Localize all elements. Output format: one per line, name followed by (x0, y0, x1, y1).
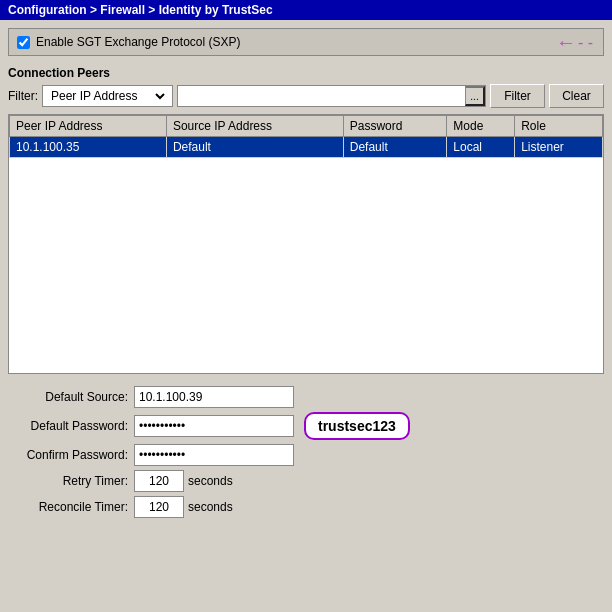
reconcile-timer-unit: seconds (188, 500, 233, 514)
reconcile-timer-input[interactable] (134, 496, 184, 518)
reconcile-timer-label: Reconcile Timer: (8, 500, 128, 514)
password-annotation-bubble: trustsec123 (304, 412, 410, 440)
default-source-row: Default Source: (8, 386, 604, 408)
cell-password: Default (343, 137, 447, 158)
peers-table: Peer IP Address Source IP Address Passwo… (9, 115, 603, 158)
breadcrumb: Configuration > Firewall > Identity by T… (0, 0, 612, 20)
col-role: Role (515, 116, 603, 137)
col-source-ip: Source IP Address (166, 116, 343, 137)
arrow-annotation: ← - - (556, 31, 593, 54)
filter-label: Filter: (8, 89, 38, 103)
filter-button[interactable]: Filter (490, 84, 545, 108)
retry-timer-unit: seconds (188, 474, 233, 488)
filter-dropdown[interactable]: Peer IP Address Source IP Address Passwo… (47, 88, 168, 104)
default-password-label: Default Password: (8, 419, 128, 433)
default-password-row: Default Password: trustsec123 (8, 412, 604, 440)
peers-table-container: Peer IP Address Source IP Address Passwo… (8, 114, 604, 374)
retry-timer-label: Retry Timer: (8, 474, 128, 488)
sxp-enable-row: Enable SGT Exchange Protocol (SXP) ← - - (8, 28, 604, 56)
default-source-label: Default Source: (8, 390, 128, 404)
default-password-input[interactable] (134, 415, 294, 437)
filter-text-input[interactable] (178, 86, 465, 106)
connection-peers-section: Connection Peers Filter: Peer IP Address… (8, 66, 604, 374)
table-header-row: Peer IP Address Source IP Address Passwo… (10, 116, 603, 137)
table-row[interactable]: 10.1.100.35 Default Default Local Listen… (10, 137, 603, 158)
confirm-password-row: Confirm Password: (8, 444, 604, 466)
filter-input-wrap: ... (177, 85, 486, 107)
col-mode: Mode (447, 116, 515, 137)
retry-timer-input[interactable] (134, 470, 184, 492)
sxp-enable-label: Enable SGT Exchange Protocol (SXP) (36, 35, 241, 49)
sxp-enable-checkbox[interactable] (17, 36, 30, 49)
bottom-form: Default Source: Default Password: trusts… (8, 386, 604, 518)
cell-role: Listener (515, 137, 603, 158)
cell-mode: Local (447, 137, 515, 158)
retry-timer-row: Retry Timer: seconds (8, 470, 604, 492)
filter-dots-button[interactable]: ... (465, 86, 485, 106)
filter-dropdown-container[interactable]: Peer IP Address Source IP Address Passwo… (42, 85, 173, 107)
col-peer-ip: Peer IP Address (10, 116, 167, 137)
confirm-password-input[interactable] (134, 444, 294, 466)
default-source-input[interactable] (134, 386, 294, 408)
clear-button[interactable]: Clear (549, 84, 604, 108)
cell-source-ip: Default (166, 137, 343, 158)
connection-peers-label: Connection Peers (8, 66, 604, 80)
cell-peer-ip: 10.1.100.35 (10, 137, 167, 158)
confirm-password-label: Confirm Password: (8, 448, 128, 462)
filter-row: Filter: Peer IP Address Source IP Addres… (8, 84, 604, 108)
reconcile-timer-row: Reconcile Timer: seconds (8, 496, 604, 518)
col-password: Password (343, 116, 447, 137)
